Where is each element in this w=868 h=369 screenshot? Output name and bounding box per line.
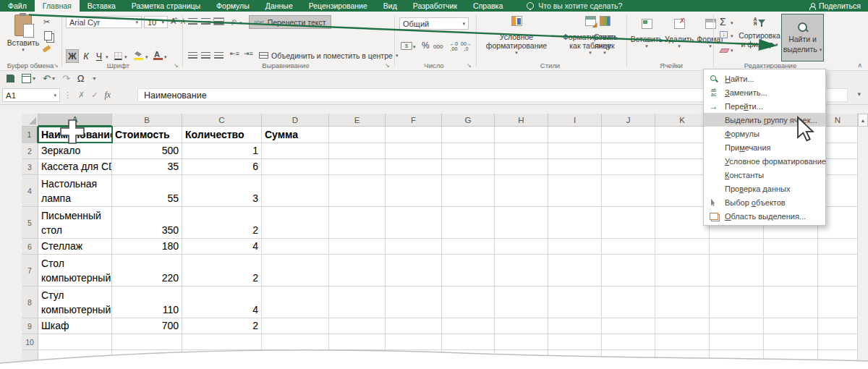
cell-C7[interactable]: 2	[182, 255, 262, 287]
cell[interactable]	[495, 127, 548, 143]
cell[interactable]	[710, 334, 764, 350]
cell[interactable]	[442, 175, 495, 207]
cell[interactable]	[386, 334, 442, 350]
cell[interactable]	[602, 143, 655, 159]
cell[interactable]	[602, 239, 655, 255]
column-header-F[interactable]: F	[386, 114, 442, 127]
undo-icon[interactable]: ↶▾	[43, 73, 55, 84]
cell-B6[interactable]: 180	[112, 239, 182, 255]
print-preview-icon[interactable]: ▾	[22, 74, 35, 83]
cell-B3[interactable]: 35	[112, 159, 182, 175]
cell-B8[interactable]: 110	[112, 287, 182, 318]
cell[interactable]	[655, 350, 710, 369]
copy-icon[interactable]	[44, 31, 52, 41]
align-left-icon[interactable]	[188, 52, 197, 59]
share-button[interactable]: Поделиться	[809, 0, 861, 12]
row-header-9[interactable]: 9	[22, 318, 38, 334]
cell[interactable]	[495, 334, 548, 350]
cell[interactable]	[764, 334, 818, 350]
row-header-6[interactable]: 6	[22, 239, 38, 255]
cell-D8[interactable]	[262, 287, 329, 318]
clipboard-dialog-launcher[interactable]: ↘	[54, 62, 59, 69]
autosum-chevron-icon[interactable]: ▾	[731, 20, 733, 25]
tab-page-layout[interactable]: Разметка страницы	[124, 0, 208, 12]
comma-style-icon[interactable]: 000	[433, 43, 443, 50]
cell[interactable]	[602, 287, 655, 318]
cell[interactable]	[764, 318, 818, 334]
cell[interactable]	[38, 350, 112, 369]
cell[interactable]	[655, 239, 710, 255]
tab-file[interactable]: Файл	[0, 0, 35, 12]
cell[interactable]	[655, 334, 710, 350]
delete-cells-button[interactable]: Удалить ▾	[664, 19, 694, 48]
vertical-scrollbar[interactable]: ▲	[857, 114, 868, 369]
cell[interactable]	[329, 143, 386, 159]
select-all-corner[interactable]	[22, 114, 38, 127]
cell[interactable]	[710, 287, 764, 318]
cell-D9[interactable]	[262, 318, 329, 334]
cell[interactable]	[764, 255, 818, 287]
cell[interactable]	[495, 255, 548, 287]
cell-B1[interactable]: Стоимость	[112, 127, 182, 143]
cell[interactable]	[262, 350, 329, 369]
cell[interactable]	[495, 287, 548, 318]
cell[interactable]	[386, 127, 442, 143]
column-header-E[interactable]: E	[329, 114, 386, 127]
menu-item-selection-pane[interactable]: Область выделения...	[704, 209, 825, 223]
cell-A2[interactable]: Зеркало	[38, 143, 112, 159]
cell[interactable]	[386, 159, 442, 175]
cell[interactable]	[548, 239, 602, 255]
cell[interactable]	[710, 318, 764, 334]
cell[interactable]	[602, 127, 655, 143]
align-top-icon[interactable]	[188, 18, 197, 25]
cell[interactable]	[329, 159, 386, 175]
omega-symbol-icon[interactable]: Ω	[77, 73, 85, 84]
cut-icon[interactable]: ✂	[43, 17, 50, 27]
cell[interactable]	[602, 350, 655, 369]
cell[interactable]	[710, 239, 764, 255]
cell-D5[interactable]	[262, 207, 329, 239]
cell-A7[interactable]: Стол компьютерный	[38, 255, 112, 287]
decrease-indent-icon[interactable]: ⇤≡	[230, 50, 239, 57]
row-header-1[interactable]: 1	[22, 127, 38, 143]
cell-B2[interactable]: 500	[112, 143, 182, 159]
column-header-K[interactable]: K	[655, 114, 710, 127]
cell[interactable]	[329, 350, 386, 369]
cell-A8[interactable]: Стул компьютерный	[38, 287, 112, 318]
cell[interactable]	[548, 159, 602, 175]
cell[interactable]	[442, 159, 495, 175]
name-box[interactable]: A1 ▾	[2, 88, 60, 102]
cell-C5[interactable]: 2	[182, 207, 262, 239]
enter-icon[interactable]: ✓	[91, 90, 98, 100]
cell-D3[interactable]	[262, 159, 329, 175]
cell[interactable]	[112, 350, 182, 369]
cell[interactable]	[386, 143, 442, 159]
row-header-2[interactable]: 2	[22, 143, 38, 159]
cell-D10[interactable]	[262, 334, 329, 350]
cell[interactable]	[602, 175, 655, 207]
underline-button[interactable]: Ч	[93, 50, 105, 62]
cell[interactable]	[655, 255, 710, 287]
font-size-combo[interactable]: 10▾	[144, 16, 168, 28]
cell[interactable]	[182, 350, 262, 369]
cell[interactable]	[602, 334, 655, 350]
tab-help[interactable]: Справка	[465, 0, 511, 12]
conditional-formatting-button[interactable]: Условное форматирование ▾	[472, 16, 561, 55]
cell[interactable]	[818, 255, 858, 287]
row-header-4[interactable]: 4	[22, 175, 38, 207]
cell[interactable]	[818, 239, 858, 255]
cancel-icon[interactable]: ✗	[78, 90, 85, 100]
menu-item-formulas[interactable]: Формулы	[704, 127, 825, 140]
sort-filter-button[interactable]: АЯ Сортировка и фильтр ▾	[739, 17, 780, 48]
orientation-chevron-icon[interactable]: ▾	[239, 20, 242, 25]
increase-indent-icon[interactable]: ⇥≡	[244, 50, 253, 57]
column-header-B[interactable]: B	[112, 114, 182, 127]
cell[interactable]	[329, 239, 386, 255]
tab-review[interactable]: Рецензирование	[301, 0, 375, 12]
row-header[interactable]	[22, 350, 38, 369]
cell[interactable]	[495, 159, 548, 175]
row-header-7[interactable]: 7	[22, 255, 38, 287]
cell-A4[interactable]: Настольная лампа	[38, 175, 112, 207]
format-painter-icon[interactable]	[43, 45, 51, 52]
column-header-I[interactable]: I	[548, 114, 602, 127]
